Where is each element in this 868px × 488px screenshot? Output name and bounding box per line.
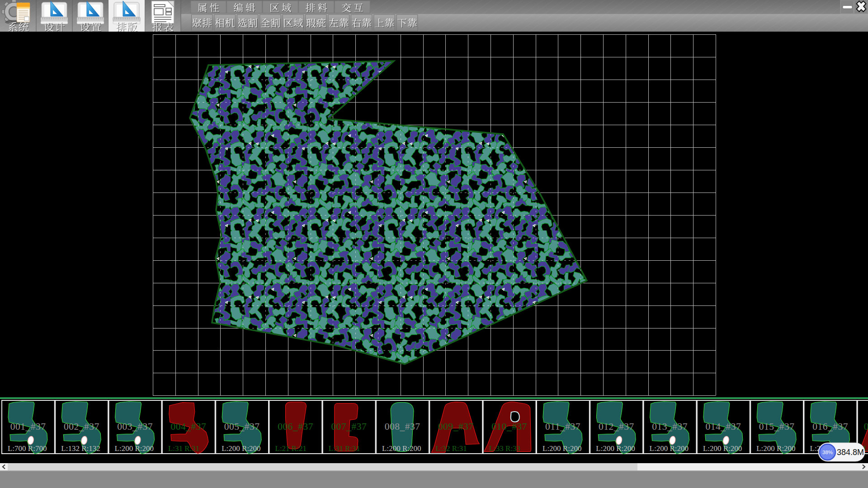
svg-text:L:200 R:200: L:200 R:200 bbox=[542, 444, 581, 453]
svg-text:L:200 R:200: L:200 R:200 bbox=[115, 444, 154, 453]
svg-text:L:21 R:21: L:21 R:21 bbox=[275, 444, 307, 453]
svg-text:009_#37: 009_#37 bbox=[438, 421, 474, 432]
svg-text:L:200 R:200: L:200 R:200 bbox=[650, 444, 689, 453]
svg-text:016_#37: 016_#37 bbox=[812, 421, 848, 432]
svg-text:L:200 R:200: L:200 R:200 bbox=[222, 444, 260, 453]
svg-text:L:200 R:200: L:200 R:200 bbox=[703, 444, 742, 453]
svg-text:011_#37: 011_#37 bbox=[545, 421, 580, 432]
svg-text:0: 0 bbox=[864, 421, 868, 432]
svg-text:L:32 R:31: L:32 R:31 bbox=[435, 444, 467, 453]
svg-text:001_#37: 001_#37 bbox=[10, 421, 46, 432]
svg-text:012_#37: 012_#37 bbox=[599, 421, 634, 432]
svg-text:L:31 R:31: L:31 R:31 bbox=[168, 444, 199, 453]
svg-text:005_#37: 005_#37 bbox=[224, 421, 260, 432]
svg-text:L:132 R:132: L:132 R:132 bbox=[61, 444, 100, 453]
svg-text:013_#37: 013_#37 bbox=[652, 421, 688, 432]
svg-text:L:200 R:200: L:200 R:200 bbox=[596, 444, 635, 453]
svg-text:014_#37: 014_#37 bbox=[706, 421, 741, 432]
svg-text:004_#37: 004_#37 bbox=[171, 421, 207, 432]
svg-text:015_#37: 015_#37 bbox=[759, 421, 795, 432]
svg-text:006_#37: 006_#37 bbox=[278, 421, 313, 432]
svg-text:010_#37: 010_#37 bbox=[491, 421, 527, 432]
svg-text:002_#37: 002_#37 bbox=[64, 421, 99, 432]
svg-text:L:700 R:700: L:700 R:700 bbox=[8, 444, 47, 453]
svg-text:L:31 R:31: L:31 R:31 bbox=[329, 444, 360, 453]
svg-text:L:200 R:200: L:200 R:200 bbox=[382, 444, 421, 453]
svg-text:384.8M: 384.8M bbox=[837, 448, 864, 457]
svg-text:007_#37: 007_#37 bbox=[331, 421, 367, 432]
svg-text:003_#37: 003_#37 bbox=[117, 421, 153, 432]
svg-text:38%: 38% bbox=[822, 450, 833, 455]
svg-text:L:200 R:200: L:200 R:200 bbox=[756, 444, 795, 453]
svg-text:008_#37: 008_#37 bbox=[385, 421, 420, 432]
svg-text:L:33 R:33: L:33 R:33 bbox=[489, 444, 520, 453]
